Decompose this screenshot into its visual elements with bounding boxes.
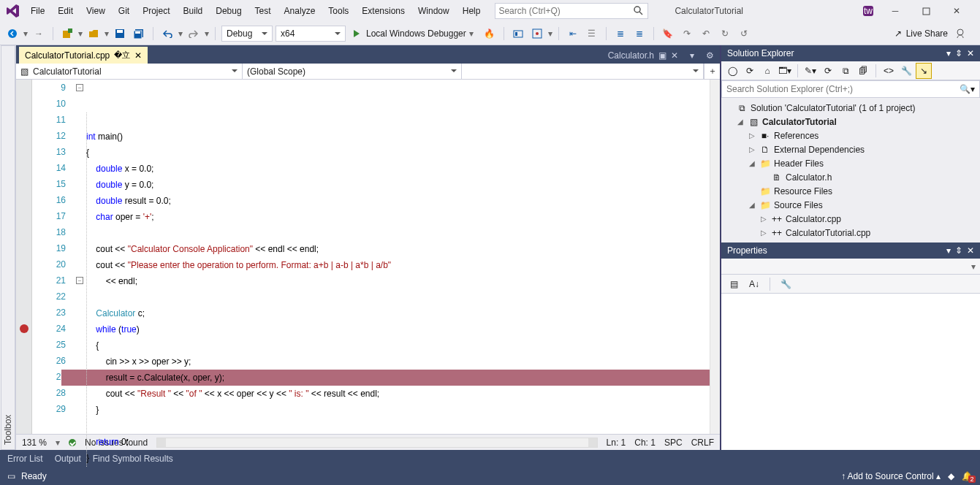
vertical-scrollbar[interactable]	[710, 80, 720, 434]
menu-file[interactable]: File	[25, 3, 50, 19]
horizontal-scrollbar[interactable]	[156, 438, 597, 448]
code-editor[interactable]: 9101112131415161718192021222324252627282…	[16, 80, 720, 434]
tab-overflow-button[interactable]: ▾	[684, 47, 700, 64]
platform-select[interactable]: x64	[276, 26, 346, 42]
promote-icon[interactable]: ▣	[658, 50, 666, 61]
code-lines[interactable]: int main(){ double x = 0.0; double y = 0…	[86, 80, 710, 434]
split-editor-button[interactable]: ＋	[704, 64, 720, 79]
live-share-icon[interactable]: ↗	[894, 28, 902, 39]
menu-build[interactable]: Build	[178, 3, 209, 19]
add-source-control-button[interactable]: ↑ Add to Source Control ▴	[841, 471, 941, 481]
categorized-icon[interactable]: ▤	[726, 276, 742, 292]
tab-active-file[interactable]: CalculatorTutorial.cpp �立 ✕	[19, 47, 148, 64]
solution-tree[interactable]: ⧉Solution 'CalculatorTutorial' (1 of 1 p…	[721, 98, 980, 242]
solution-name[interactable]: CalculatorTutorial	[667, 3, 751, 19]
tab-preview-file[interactable]: Calculator.h ▣ ✕	[602, 47, 684, 64]
new-project-button[interactable]	[59, 26, 75, 42]
tb-c[interactable]: ↻	[717, 26, 733, 42]
close-icon[interactable]: ✕	[671, 50, 678, 61]
comment-icon[interactable]: ≣	[612, 26, 628, 42]
dropdown-icon[interactable]: ▾	[946, 48, 951, 58]
menu-window[interactable]: Window	[412, 3, 455, 19]
switch-views-icon[interactable]: 🗔▾	[777, 63, 793, 79]
tb-b[interactable]: ↶	[698, 26, 714, 42]
show-all-icon[interactable]: 🗐	[855, 63, 871, 79]
notifications-button[interactable]: 🔔2	[962, 471, 973, 481]
dropdown-icon[interactable]: ▾	[946, 245, 951, 256]
maximize-button[interactable]	[916, 4, 936, 18]
menu-extensions[interactable]: Extensions	[356, 3, 411, 19]
tree-item[interactable]: ▷++Calculator.cpp	[724, 212, 977, 226]
pin-icon[interactable]: ⇕	[955, 48, 962, 58]
tree-item[interactable]: ◢▧CalculatorTutorial	[724, 115, 977, 129]
close-icon[interactable]: ✕	[967, 245, 974, 256]
menu-edit[interactable]: Edit	[52, 3, 79, 19]
menu-test[interactable]: Test	[249, 3, 277, 19]
indent-less-icon[interactable]: ⇤	[565, 26, 581, 42]
minimize-button[interactable]: ─	[885, 4, 905, 18]
wrench-icon[interactable]: 🔧	[778, 276, 794, 292]
nav-project-select[interactable]: ▧CalculatorTutorial	[16, 64, 243, 79]
fire-icon[interactable]: 🔥	[482, 26, 498, 42]
tb-d[interactable]: ↺	[736, 26, 752, 42]
fwd-icon[interactable]: ⟳	[742, 63, 758, 79]
fold-toggle[interactable]: −	[76, 277, 83, 284]
solution-explorer-title[interactable]: Solution Explorer ▾ ⇕ ✕	[721, 45, 980, 61]
fold-toggle[interactable]: −	[76, 84, 83, 91]
tool-btn-2[interactable]	[529, 26, 545, 42]
global-search-input[interactable]	[498, 6, 630, 16]
indent-more-icon[interactable]: ☰	[584, 26, 600, 42]
close-icon[interactable]: ✕	[967, 48, 974, 58]
tab-settings-button[interactable]: ⚙	[700, 47, 720, 64]
menu-tools[interactable]: Tools	[322, 3, 354, 19]
undo-button[interactable]	[159, 26, 175, 42]
tree-item[interactable]: ◢📁Source Files	[724, 198, 977, 212]
pending-changes-icon[interactable]: ✎▾	[802, 63, 818, 79]
menu-help[interactable]: Help	[457, 3, 487, 19]
start-debug-button[interactable]: Local Windows Debugger ▾	[349, 26, 479, 42]
tool-btn-1[interactable]	[510, 26, 526, 42]
repo-icon[interactable]: ◆	[948, 471, 954, 481]
properties-object-select[interactable]: ▾	[721, 259, 980, 275]
tree-item[interactable]: ◢📁Header Files	[724, 156, 977, 170]
tb-a[interactable]: ↷	[679, 26, 695, 42]
menu-view[interactable]: View	[80, 3, 111, 19]
global-search[interactable]	[495, 3, 648, 19]
menu-debug[interactable]: Debug	[210, 3, 247, 19]
account-icon[interactable]: tw	[862, 4, 875, 18]
bottom-tab-output[interactable]: Output	[55, 454, 81, 464]
live-share-label[interactable]: Live Share	[906, 28, 948, 39]
open-file-button[interactable]	[86, 26, 102, 42]
bottom-tab-error-list[interactable]: Error List	[7, 454, 43, 464]
collapse-icon[interactable]: ⧉	[837, 63, 854, 79]
back-icon[interactable]: ◯	[724, 63, 740, 79]
menu-git[interactable]: Git	[113, 3, 135, 19]
close-button[interactable]: ✕	[946, 4, 967, 18]
nav-scope-select[interactable]: (Global Scope)	[243, 64, 462, 79]
close-icon[interactable]: ✕	[134, 50, 142, 61]
breakpoint-gutter[interactable]	[16, 80, 32, 434]
uncomment-icon[interactable]: ≣	[631, 26, 647, 42]
preview-icon[interactable]: 🔧	[898, 63, 914, 79]
solution-search[interactable]: 🔍▾	[721, 80, 980, 98]
home-icon[interactable]: ⌂	[759, 63, 775, 79]
nav-fwd-button[interactable]: →	[31, 26, 47, 42]
view-toggle-icon[interactable]: ↘	[916, 63, 932, 79]
save-all-button[interactable]	[131, 26, 147, 42]
tree-item[interactable]: ▷🗋External Dependencies	[724, 142, 977, 156]
solution-search-input[interactable]	[726, 84, 960, 94]
properties-title[interactable]: Properties ▾ ⇕ ✕	[721, 242, 980, 259]
breakpoint-icon[interactable]	[20, 324, 29, 333]
redo-button[interactable]	[186, 26, 202, 42]
pin-icon[interactable]: �立	[114, 50, 130, 61]
sync-icon[interactable]: ⟳	[820, 63, 836, 79]
alphabetical-icon[interactable]: A↓	[746, 276, 762, 292]
zoom-level[interactable]: 131 %	[22, 438, 47, 448]
menu-project[interactable]: Project	[137, 3, 175, 19]
tree-item[interactable]: 📁Resource Files	[724, 184, 977, 198]
tree-item[interactable]: 🗎Calculator.h	[724, 170, 977, 184]
tree-item[interactable]: ▷■·References	[724, 129, 977, 142]
menu-analyze[interactable]: Analyze	[278, 3, 322, 19]
nav-member-select[interactable]	[462, 64, 704, 79]
properties-icon[interactable]: <>	[881, 63, 897, 79]
